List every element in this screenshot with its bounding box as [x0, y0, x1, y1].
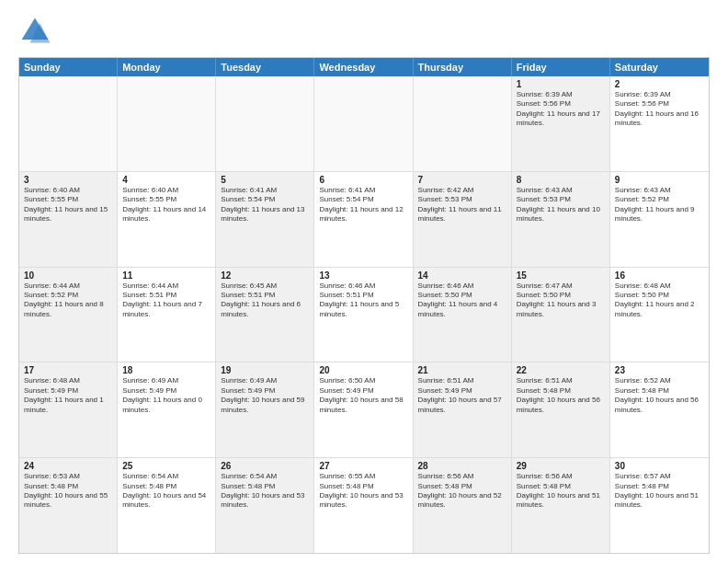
day-number: 5: [221, 175, 309, 185]
cal-cell-10: 10Sunrise: 6:44 AM Sunset: 5:52 PM Dayli…: [19, 268, 118, 362]
day-number: 18: [122, 365, 210, 375]
day-info: Sunrise: 6:48 AM Sunset: 5:50 PM Dayligh…: [615, 282, 704, 320]
cal-cell-empty-0-3: [314, 76, 413, 171]
calendar-row-1: 1Sunrise: 6:39 AM Sunset: 5:56 PM Daylig…: [19, 76, 709, 171]
cal-cell-17: 17Sunrise: 6:48 AM Sunset: 5:49 PM Dayli…: [19, 362, 118, 457]
day-number: 7: [418, 175, 506, 185]
calendar: SundayMondayTuesdayWednesdayThursdayFrid…: [18, 57, 710, 554]
cal-cell-9: 9Sunrise: 6:43 AM Sunset: 5:52 PM Daylig…: [610, 172, 709, 267]
cal-cell-15: 15Sunrise: 6:47 AM Sunset: 5:50 PM Dayli…: [512, 268, 610, 362]
cal-cell-29: 29Sunrise: 6:56 AM Sunset: 5:48 PM Dayli…: [512, 458, 610, 553]
day-info: Sunrise: 6:39 AM Sunset: 5:56 PM Dayligh…: [615, 90, 704, 129]
calendar-row-5: 24Sunrise: 6:53 AM Sunset: 5:48 PM Dayli…: [19, 457, 709, 553]
day-info: Sunrise: 6:52 AM Sunset: 5:48 PM Dayligh…: [615, 376, 704, 415]
day-info: Sunrise: 6:49 AM Sunset: 5:49 PM Dayligh…: [221, 376, 309, 415]
calendar-row-2: 3Sunrise: 6:40 AM Sunset: 5:55 PM Daylig…: [19, 171, 709, 267]
weekday-header-thursday: Thursday: [414, 58, 512, 76]
header: [18, 15, 710, 48]
day-number: 30: [615, 461, 704, 471]
day-number: 16: [615, 270, 704, 281]
day-number: 19: [221, 365, 309, 375]
day-info: Sunrise: 6:54 AM Sunset: 5:48 PM Dayligh…: [221, 472, 309, 511]
day-info: Sunrise: 6:49 AM Sunset: 5:49 PM Dayligh…: [122, 376, 210, 415]
cal-cell-1: 1Sunrise: 6:39 AM Sunset: 5:56 PM Daylig…: [512, 76, 610, 171]
day-number: 14: [418, 270, 506, 281]
logo-icon: [18, 15, 51, 48]
day-number: 24: [24, 461, 112, 471]
day-number: 22: [517, 365, 605, 375]
cal-cell-18: 18Sunrise: 6:49 AM Sunset: 5:49 PM Dayli…: [118, 362, 216, 457]
day-number: 6: [319, 175, 407, 185]
weekday-header-monday: Monday: [118, 58, 216, 76]
day-number: 2: [615, 79, 704, 89]
day-info: Sunrise: 6:46 AM Sunset: 5:50 PM Dayligh…: [418, 282, 506, 320]
cal-cell-4: 4Sunrise: 6:40 AM Sunset: 5:55 PM Daylig…: [118, 172, 216, 267]
day-info: Sunrise: 6:47 AM Sunset: 5:50 PM Dayligh…: [517, 282, 605, 320]
day-info: Sunrise: 6:56 AM Sunset: 5:48 PM Dayligh…: [517, 472, 605, 511]
cal-cell-30: 30Sunrise: 6:57 AM Sunset: 5:48 PM Dayli…: [610, 458, 709, 553]
cal-cell-empty-0-0: [19, 76, 118, 171]
cal-cell-6: 6Sunrise: 6:41 AM Sunset: 5:54 PM Daylig…: [314, 172, 413, 267]
day-number: 27: [319, 461, 407, 471]
cal-cell-21: 21Sunrise: 6:51 AM Sunset: 5:49 PM Dayli…: [414, 362, 512, 457]
cal-cell-8: 8Sunrise: 6:43 AM Sunset: 5:53 PM Daylig…: [512, 172, 610, 267]
day-number: 21: [418, 365, 506, 375]
cal-cell-5: 5Sunrise: 6:41 AM Sunset: 5:54 PM Daylig…: [216, 172, 314, 267]
cal-cell-28: 28Sunrise: 6:56 AM Sunset: 5:48 PM Dayli…: [414, 458, 512, 553]
day-number: 13: [319, 270, 407, 281]
day-number: 25: [122, 461, 210, 471]
cal-cell-22: 22Sunrise: 6:51 AM Sunset: 5:48 PM Dayli…: [512, 362, 610, 457]
day-info: Sunrise: 6:54 AM Sunset: 5:48 PM Dayligh…: [122, 472, 210, 511]
day-info: Sunrise: 6:51 AM Sunset: 5:49 PM Dayligh…: [418, 376, 506, 415]
day-info: Sunrise: 6:43 AM Sunset: 5:53 PM Dayligh…: [517, 186, 605, 224]
weekday-header-saturday: Saturday: [610, 58, 709, 76]
cal-cell-14: 14Sunrise: 6:46 AM Sunset: 5:50 PM Dayli…: [414, 268, 512, 362]
cal-cell-11: 11Sunrise: 6:44 AM Sunset: 5:51 PM Dayli…: [118, 268, 216, 362]
day-number: 26: [221, 461, 309, 471]
day-info: Sunrise: 6:56 AM Sunset: 5:48 PM Dayligh…: [418, 472, 506, 511]
day-info: Sunrise: 6:40 AM Sunset: 5:55 PM Dayligh…: [24, 186, 112, 224]
day-info: Sunrise: 6:45 AM Sunset: 5:51 PM Dayligh…: [221, 282, 309, 320]
cal-cell-3: 3Sunrise: 6:40 AM Sunset: 5:55 PM Daylig…: [19, 172, 118, 267]
calendar-header: SundayMondayTuesdayWednesdayThursdayFrid…: [19, 58, 709, 76]
calendar-body: 1Sunrise: 6:39 AM Sunset: 5:56 PM Daylig…: [19, 76, 709, 553]
cal-cell-20: 20Sunrise: 6:50 AM Sunset: 5:49 PM Dayli…: [314, 362, 413, 457]
weekday-header-wednesday: Wednesday: [314, 58, 413, 76]
day-number: 15: [517, 270, 605, 281]
day-number: 9: [615, 175, 704, 185]
cal-cell-24: 24Sunrise: 6:53 AM Sunset: 5:48 PM Dayli…: [19, 458, 118, 553]
day-number: 12: [221, 270, 309, 281]
day-info: Sunrise: 6:51 AM Sunset: 5:48 PM Dayligh…: [517, 376, 605, 415]
day-number: 20: [319, 365, 407, 375]
day-info: Sunrise: 6:42 AM Sunset: 5:53 PM Dayligh…: [418, 186, 506, 224]
day-number: 1: [517, 79, 605, 89]
day-number: 4: [122, 175, 210, 185]
cal-cell-12: 12Sunrise: 6:45 AM Sunset: 5:51 PM Dayli…: [216, 268, 314, 362]
cal-cell-2: 2Sunrise: 6:39 AM Sunset: 5:56 PM Daylig…: [610, 76, 709, 171]
cal-cell-23: 23Sunrise: 6:52 AM Sunset: 5:48 PM Dayli…: [610, 362, 709, 457]
page: SundayMondayTuesdayWednesdayThursdayFrid…: [0, 0, 728, 563]
day-number: 11: [122, 270, 210, 281]
cal-cell-empty-0-2: [216, 76, 314, 171]
day-info: Sunrise: 6:44 AM Sunset: 5:51 PM Dayligh…: [122, 282, 210, 320]
day-info: Sunrise: 6:57 AM Sunset: 5:48 PM Dayligh…: [615, 472, 704, 511]
day-number: 3: [24, 175, 112, 185]
calendar-row-4: 17Sunrise: 6:48 AM Sunset: 5:49 PM Dayli…: [19, 362, 709, 457]
day-info: Sunrise: 6:46 AM Sunset: 5:51 PM Dayligh…: [319, 282, 407, 320]
cal-cell-13: 13Sunrise: 6:46 AM Sunset: 5:51 PM Dayli…: [314, 268, 413, 362]
day-info: Sunrise: 6:53 AM Sunset: 5:48 PM Dayligh…: [24, 472, 112, 511]
day-number: 8: [517, 175, 605, 185]
day-info: Sunrise: 6:40 AM Sunset: 5:55 PM Dayligh…: [122, 186, 210, 224]
cal-cell-empty-0-4: [414, 76, 512, 171]
day-info: Sunrise: 6:43 AM Sunset: 5:52 PM Dayligh…: [615, 186, 704, 224]
weekday-header-friday: Friday: [512, 58, 610, 76]
day-number: 10: [24, 270, 112, 281]
cal-cell-7: 7Sunrise: 6:42 AM Sunset: 5:53 PM Daylig…: [414, 172, 512, 267]
logo: [18, 15, 55, 48]
day-info: Sunrise: 6:41 AM Sunset: 5:54 PM Dayligh…: [221, 186, 309, 224]
day-info: Sunrise: 6:41 AM Sunset: 5:54 PM Dayligh…: [319, 186, 407, 224]
weekday-header-tuesday: Tuesday: [216, 58, 314, 76]
day-info: Sunrise: 6:39 AM Sunset: 5:56 PM Dayligh…: [517, 90, 605, 129]
cal-cell-empty-0-1: [118, 76, 216, 171]
day-number: 28: [418, 461, 506, 471]
